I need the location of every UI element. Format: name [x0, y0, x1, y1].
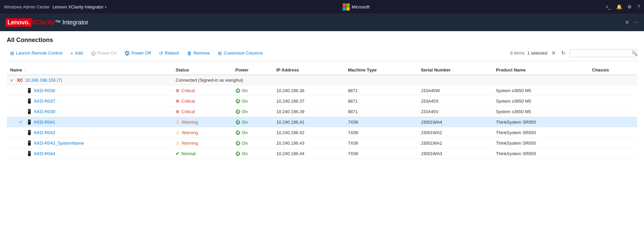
power-on-indicator-icon: ⏻	[235, 140, 240, 146]
table-row[interactable]: 📱 KKD-R037 ⊗Critical ⏻ On 10.240.196.37 …	[7, 96, 637, 106]
row-status-cell: ⚠Warning	[172, 127, 232, 138]
remove-button[interactable]: 🗑 Remove	[184, 49, 213, 58]
selected-count-label: 1 selected	[527, 50, 547, 56]
power-off-button[interactable]: ⏼ Power Off	[121, 49, 154, 58]
row-ip-cell: 10.240.196.42	[273, 127, 345, 138]
power-on-indicator-icon: ⏻	[235, 88, 240, 93]
bell-icon[interactable]: 🔔	[616, 4, 622, 9]
refresh-button[interactable]: ↻	[560, 48, 567, 58]
row-check-mark: ✓	[19, 119, 24, 125]
power-state-label: On	[242, 120, 248, 125]
power-state-label: On	[242, 141, 248, 146]
row-machine-type-cell: 7X06	[345, 138, 418, 148]
row-power-cell: ⏻ On	[232, 148, 273, 159]
launch-remote-control-button[interactable]: ⊞ Launch Remote Control	[7, 49, 66, 58]
more-options-icon[interactable]: ···	[634, 19, 639, 25]
table-row[interactable]: 📱 KKD-R042 ⚠Warning ⏻ On 10.240.196.42 7…	[7, 127, 637, 138]
row-machine-type-cell: 8871	[345, 96, 418, 106]
plugin-selector[interactable]: Lenovo XClarity Integrator ▾	[52, 4, 107, 9]
expand-toggle-icon[interactable]: ∨	[10, 78, 15, 83]
row-power-cell: ⏻ On	[232, 85, 273, 96]
sort-arrow-name: ↑	[25, 68, 27, 72]
device-icon: 📱	[26, 109, 32, 114]
plugin-name-label: Lenovo XClarity Integrator	[52, 4, 104, 9]
col-header-name[interactable]: Name ↑	[7, 65, 172, 75]
row-name-cell: 📱 KKD-R044	[7, 148, 172, 159]
connections-table: Name ↑ Status Power IP Address Machine T…	[7, 65, 637, 159]
clear-selection-button[interactable]: ✕	[550, 48, 557, 58]
microsoft-label: Microsoft	[352, 4, 370, 9]
table-row[interactable]: 📱 KKD-R044 ✔Normal ⏻ On 10.240.196.44 7X…	[7, 148, 637, 159]
connections-table-container: Name ↑ Status Power IP Address Machine T…	[7, 65, 637, 159]
row-power-cell: ⏻ On	[232, 127, 273, 138]
device-link[interactable]: KKD-R037	[34, 99, 55, 104]
col-header-ip[interactable]: IP Address	[273, 65, 345, 75]
reboot-icon: ↺	[159, 50, 163, 56]
status-label: Critical	[181, 99, 195, 104]
row-ip-cell: 10.240.196.37	[273, 96, 345, 106]
list-view-icon[interactable]: ≡	[625, 19, 628, 25]
launch-remote-control-icon: ⊞	[10, 50, 14, 56]
table-row[interactable]: ✓ 📱 KKD-R041 ⚠Warning ⏻ On 10.240.196.41…	[7, 117, 637, 127]
power-state-label: On	[242, 151, 248, 156]
device-link[interactable]: KKD-R042	[34, 130, 55, 135]
group-row-xc: ∨ XC 10.240.198.156 (7) Connected (Signe…	[7, 75, 637, 85]
lenovo-logo-text: Lenovo.	[5, 18, 32, 27]
table-row[interactable]: 📱 KKD-R039 ⊗Critical ⏻ On 10.240.196.39 …	[7, 106, 637, 117]
device-link[interactable]: KKD-R036	[34, 88, 55, 93]
power-on-indicator-icon: ⏻	[235, 98, 240, 104]
col-header-serial[interactable]: Serial Number	[417, 65, 492, 75]
row-product-cell: ThinkSystem SR650	[492, 148, 589, 159]
table-row[interactable]: 📱 KKD-R036 ⊗Critical ⏻ On 10.240.196.36 …	[7, 85, 637, 96]
device-link[interactable]: KKD-R039	[34, 109, 55, 114]
status-label: Normal	[181, 151, 196, 156]
table-row[interactable]: 📱 KKD-R043_SystemName ⚠Warning ⏻ On 10.2…	[7, 138, 637, 148]
device-icon: 📱	[26, 130, 32, 135]
row-name-cell: 📱 KKD-R036	[7, 85, 172, 96]
power-on-button[interactable]: ⏻ Power On	[88, 49, 120, 58]
reboot-button[interactable]: ↺ Reboot	[156, 49, 182, 58]
power-on-indicator-icon: ⏻	[235, 151, 240, 156]
group-link[interactable]: 10.240.198.156 (7)	[25, 78, 62, 83]
row-machine-type-cell: 7X06	[345, 148, 418, 159]
row-ip-cell: 10.240.196.36	[273, 85, 345, 96]
row-serial-cell: J33A45V	[417, 106, 492, 117]
col-header-machine-type[interactable]: Machine Type	[345, 65, 418, 75]
help-icon[interactable]: ?	[637, 4, 640, 9]
device-link[interactable]: KKD-R041	[34, 120, 55, 125]
device-link[interactable]: KKD-R044	[34, 151, 55, 156]
main-content: All Connections ⊞ Launch Remote Control …	[0, 31, 644, 164]
row-chassis-cell	[589, 127, 638, 138]
search-input[interactable]	[573, 50, 629, 56]
search-box[interactable]: 🔍	[570, 49, 637, 57]
settings-icon[interactable]: ⚙	[627, 4, 632, 9]
status-label: Critical	[181, 109, 195, 114]
row-serial-cell: J3001WA3	[417, 148, 492, 159]
row-machine-type-cell: 8871	[345, 106, 418, 117]
row-power-cell: ⏻ On	[232, 96, 273, 106]
add-button[interactable]: + Add	[67, 49, 86, 58]
terminal-icon[interactable]: >_	[605, 4, 611, 9]
col-header-status[interactable]: Status	[172, 65, 232, 75]
status-label: Warning	[182, 120, 198, 125]
customize-columns-button[interactable]: ⊞ Customize Columns	[214, 49, 266, 58]
row-machine-type-cell: 8871	[345, 85, 418, 96]
col-header-power[interactable]: Power	[232, 65, 273, 75]
row-ip-cell: 10.240.196.39	[273, 106, 345, 117]
col-header-product[interactable]: Product Name	[492, 65, 589, 75]
row-serial-cell: J33A45W	[417, 85, 492, 96]
row-product-cell: System x3650 M5	[492, 85, 589, 96]
device-icon: 📱	[26, 140, 32, 146]
row-ip-cell: 10.240.196.43	[273, 138, 345, 148]
row-product-cell: System x3650 M5	[492, 106, 589, 117]
xc-label: XC	[17, 78, 23, 83]
row-status-cell: ✔Normal	[172, 148, 232, 159]
customize-columns-icon: ⊞	[218, 50, 222, 56]
row-power-cell: ⏻ On	[232, 117, 273, 127]
top-nav-center: Microsoft	[112, 3, 600, 11]
col-header-chassis[interactable]: Chassis	[589, 65, 638, 75]
device-link[interactable]: KKD-R043_SystemName	[34, 141, 84, 146]
device-icon: 📱	[26, 88, 32, 93]
row-product-cell: System x3650 M5	[492, 96, 589, 106]
row-name-cell: ✓ 📱 KKD-R041	[7, 117, 172, 127]
